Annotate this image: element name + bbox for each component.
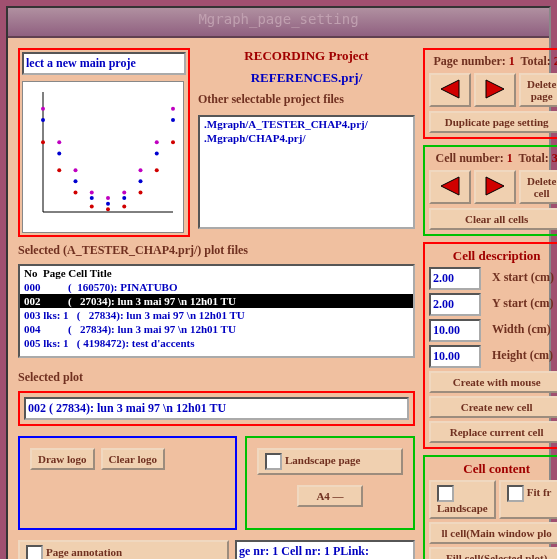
- cell-next-button[interactable]: [474, 170, 516, 204]
- svg-point-10: [155, 168, 159, 172]
- fill-cell-main-button[interactable]: ll cell(Main window plo: [429, 522, 557, 544]
- svg-point-12: [41, 118, 45, 122]
- other-files-label: Other selectable project files: [198, 92, 415, 107]
- plot-list-row[interactable]: 002 ( 27034): lun 3 mai 97 \n 12h01 TU: [20, 294, 413, 308]
- svg-point-3: [41, 140, 45, 144]
- selected-plot-input[interactable]: 002 ( 27834): lun 3 mai 97 \n 12h01 TU: [24, 397, 409, 420]
- page-size-menu[interactable]: A4 —: [297, 485, 363, 507]
- checkbox-icon: [26, 545, 43, 559]
- project-file-list[interactable]: .Mgraph/A_TESTER_CHAP4.prj/ .Mgraph/CHAP…: [198, 115, 415, 229]
- triangle-left-icon: [437, 175, 463, 197]
- svg-point-5: [74, 190, 78, 194]
- recording-project-path: REFERENCES.prj/: [198, 70, 415, 86]
- project-file-item[interactable]: .Mgraph/CHAP4.prj/: [200, 131, 413, 145]
- create-new-cell-button[interactable]: Create new cell: [429, 396, 557, 418]
- svg-point-19: [155, 151, 159, 155]
- project-file-item[interactable]: .Mgraph/A_TESTER_CHAP4.prj/: [200, 117, 413, 131]
- landscape-page-toggle[interactable]: Landscape page: [257, 448, 403, 475]
- height-label: Height (cm): [489, 345, 556, 368]
- cell-number-label: Cell number: 1 Total: 3: [429, 151, 557, 166]
- draw-logo-button[interactable]: Draw logo: [30, 448, 95, 470]
- svg-point-24: [90, 190, 94, 194]
- svg-point-6: [90, 204, 94, 208]
- cell-content-header: Cell content: [429, 461, 557, 477]
- page-number-label: Page number: 1 Total: 2: [429, 54, 557, 69]
- triangle-right-icon: [482, 78, 508, 100]
- chart-preview: [22, 81, 184, 233]
- plot-file-list[interactable]: No Page Cell Title 000 ( 160570): PINATU…: [18, 264, 415, 358]
- svg-point-14: [74, 179, 78, 183]
- svg-point-8: [122, 204, 126, 208]
- clear-logo-button[interactable]: Clear logo: [101, 448, 165, 470]
- height-input[interactable]: 10.00: [429, 345, 481, 368]
- ystart-input[interactable]: 2.00: [429, 293, 481, 316]
- plot-list-row[interactable]: 000 ( 160570): PINATUBO: [20, 280, 413, 294]
- status-bar: ge nr: 1 Cell nr: 1 PLink: REFERENCES.pr…: [235, 540, 415, 559]
- delete-cell-button[interactable]: Delete cell: [519, 170, 557, 204]
- svg-point-11: [171, 140, 175, 144]
- plot-list-header: No Page Cell Title: [20, 266, 413, 280]
- cell-description-header: Cell description: [429, 248, 557, 264]
- plot-list-row[interactable]: 005 lks: 1 ( 4198472): test d'accents: [20, 336, 413, 350]
- svg-point-29: [171, 107, 175, 111]
- svg-point-28: [155, 140, 159, 144]
- svg-point-26: [122, 190, 126, 194]
- svg-point-21: [41, 107, 45, 111]
- svg-rect-0: [23, 82, 183, 232]
- svg-point-9: [139, 190, 143, 194]
- xstart-input[interactable]: 2.00: [429, 267, 481, 290]
- replace-cell-button[interactable]: Replace current cell: [429, 421, 557, 443]
- delete-page-button[interactable]: Delete page: [519, 73, 557, 107]
- fill-cell-selected-button[interactable]: Fill cell(Selected plot): [429, 547, 557, 559]
- checkbox-icon: [265, 453, 282, 470]
- duplicate-page-button[interactable]: Duplicate page setting: [429, 111, 557, 133]
- svg-point-18: [139, 179, 143, 183]
- checkbox-icon: [507, 485, 524, 502]
- page-annotation-toggle[interactable]: Page annotation: [18, 540, 229, 559]
- svg-point-22: [57, 140, 61, 144]
- svg-point-13: [57, 151, 61, 155]
- fit-frame-toggle[interactable]: Fit fr: [499, 480, 557, 519]
- page-next-button[interactable]: [474, 73, 516, 107]
- svg-point-15: [90, 196, 94, 200]
- menu-indicator-icon: —: [333, 490, 344, 502]
- svg-point-7: [106, 207, 110, 211]
- svg-point-27: [139, 168, 143, 172]
- svg-point-17: [122, 196, 126, 200]
- ystart-label: Y start (cm): [489, 293, 557, 316]
- width-input[interactable]: 10.00: [429, 319, 481, 342]
- selected-plot-files-label: Selected (A_TESTER_CHAP4.prj/) plot file…: [18, 243, 415, 258]
- width-label: Width (cm): [489, 319, 554, 342]
- cell-landscape-toggle[interactable]: Landscape: [429, 480, 496, 519]
- svg-point-25: [106, 196, 110, 200]
- plot-list-row[interactable]: 004 ( 27834): lun 3 mai 97 \n 12h01 TU: [20, 322, 413, 336]
- page-prev-button[interactable]: [429, 73, 471, 107]
- svg-point-4: [57, 168, 61, 172]
- svg-point-16: [106, 202, 110, 206]
- plot-list-row[interactable]: 003 lks: 1 ( 27834): lun 3 mai 97 \n 12h…: [20, 308, 413, 322]
- svg-point-23: [74, 168, 78, 172]
- window-title: Mgraph_page_setting: [8, 8, 549, 38]
- triangle-left-icon: [437, 78, 463, 100]
- create-with-mouse-button[interactable]: Create with mouse: [429, 371, 557, 393]
- recording-project-header: RECORDING Project: [198, 48, 415, 64]
- checkbox-icon: [437, 485, 454, 502]
- clear-cells-button[interactable]: Clear all cells: [429, 208, 557, 230]
- cell-prev-button[interactable]: [429, 170, 471, 204]
- xstart-label: X start (cm): [489, 267, 557, 290]
- selected-plot-label: Selected plot: [18, 370, 415, 385]
- triangle-right-icon: [482, 175, 508, 197]
- svg-point-20: [171, 118, 175, 122]
- select-project-input[interactable]: lect a new main proje: [22, 52, 186, 75]
